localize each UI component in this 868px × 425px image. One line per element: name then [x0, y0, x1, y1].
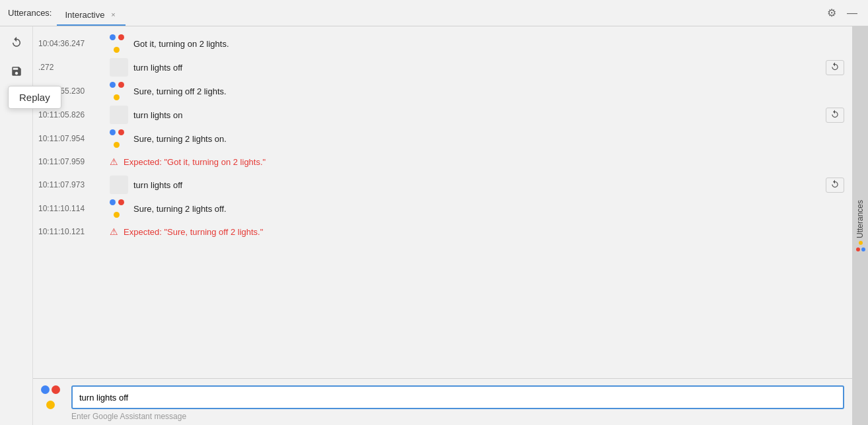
table-row: 10:11:07.959 ⚠ Expected: "Got it, turnin…	[33, 150, 852, 173]
replay-tooltip: Replay	[8, 86, 61, 109]
error-icon: ⚠	[110, 226, 118, 237]
timestamp: 10:04:36.247	[38, 39, 104, 48]
replay-message-button[interactable]	[826, 178, 844, 193]
assistant-icon	[110, 199, 128, 218]
tab-label: Interactive	[65, 10, 104, 20]
timestamp: 10:11:10.114	[38, 204, 104, 213]
timestamp: 10:11:07.954	[38, 134, 104, 143]
titlebar-actions: ⚙ —	[824, 4, 860, 22]
input-row	[41, 385, 844, 409]
timestamp: 10:11:10.121	[38, 227, 104, 236]
message-text: Expected: "Sure, turning off 2 lights."	[124, 227, 844, 237]
user-bubble	[110, 176, 128, 194]
tab-bar: Interactive ×	[57, 0, 126, 26]
settings-button[interactable]: ⚙	[824, 4, 839, 22]
table-row: 10:04:36.247 Got it, turning on 2 lights…	[33, 32, 852, 55]
assistant-icon	[110, 129, 128, 148]
message-text: Got it, turning on 2 lights.	[133, 39, 844, 49]
messages-area: 10:04:36.247 Got it, turning on 2 lights…	[33, 26, 852, 378]
utterances-label: Utterances:	[8, 8, 52, 18]
replay-message-button[interactable]	[826, 108, 844, 123]
replay-message-button[interactable]	[826, 60, 844, 75]
right-sidebar-label: Utterances	[853, 200, 867, 251]
main-window: Utterances: Interactive × ⚙ —	[0, 0, 868, 425]
error-icon: ⚠	[110, 156, 118, 167]
assistant-icon	[110, 82, 128, 100]
message-text: Sure, turning off 2 lights.	[133, 86, 844, 96]
bottom-area: Enter Google Assistant message	[33, 378, 852, 425]
table-row: 10:11:10.121 ⚠ Expected: "Sure, turning …	[33, 220, 852, 243]
user-bubble	[110, 106, 128, 124]
message-text: Sure, turning 2 lights on.	[133, 134, 844, 144]
replay-button[interactable]	[6, 32, 27, 53]
tab-close-button[interactable]: ×	[108, 10, 118, 19]
table-row: 10:11:10.114 Sure, turning 2 lights off.	[33, 197, 852, 220]
message-input[interactable]	[71, 385, 844, 409]
table-row: 10:06:55.230 Sure, turning off 2 lights.	[33, 79, 852, 103]
ga-side-icon	[855, 241, 865, 251]
assistant-icon	[110, 34, 128, 53]
replay-tooltip-label: Replay	[19, 92, 50, 103]
message-text: turn lights off	[133, 63, 820, 73]
right-sidebar[interactable]: Utterances	[852, 26, 868, 425]
user-bubble	[110, 58, 128, 77]
timestamp: 10:11:07.973	[38, 180, 104, 189]
timestamp: 10:11:05.826	[38, 110, 104, 119]
content-area: 10:04:36.247 Got it, turning on 2 lights…	[33, 26, 852, 425]
table-row: .272 turn lights off	[33, 55, 852, 79]
titlebar: Utterances: Interactive × ⚙ —	[0, 0, 868, 26]
minimize-button[interactable]: —	[844, 4, 860, 22]
table-row: 10:11:07.954 Sure, turning 2 lights on.	[33, 127, 852, 150]
table-row: 10:11:07.973 turn lights off	[33, 173, 852, 197]
message-text: Expected: "Got it, turning on 2 lights."	[124, 157, 844, 167]
main-area: Replay 10:04:36.247 Got it, turning on 2…	[0, 26, 868, 425]
timestamp: .272	[38, 63, 104, 72]
message-text: turn lights on	[133, 110, 820, 120]
table-row: 10:11:05.826 turn lights on	[33, 103, 852, 127]
message-text: turn lights off	[133, 180, 820, 190]
ga-logo	[41, 385, 65, 409]
tab-interactive[interactable]: Interactive ×	[57, 5, 126, 26]
message-text: Sure, turning 2 lights off.	[133, 204, 844, 214]
timestamp: 10:11:07.959	[38, 157, 104, 166]
input-hint: Enter Google Assistant message	[41, 409, 844, 421]
save-button[interactable]	[6, 61, 27, 82]
